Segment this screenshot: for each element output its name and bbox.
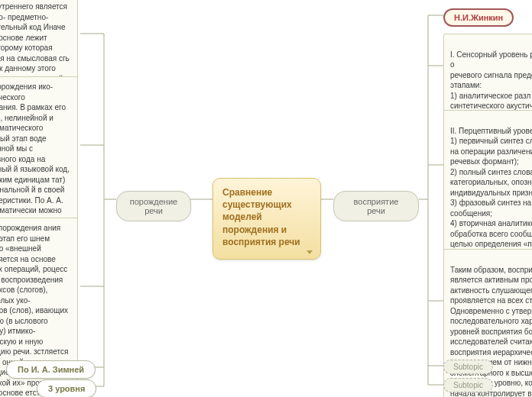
central-topic[interactable]: Сравнение существующих моделей порождени…: [212, 178, 321, 260]
subtopic-1-label: Subtopic: [453, 363, 483, 371]
tag-author-label: По И. А. Зимней: [18, 365, 84, 374]
tag-levels[interactable]: 3 уровня: [37, 379, 96, 397]
author-badge-label: Н.И.Жинкин: [454, 13, 503, 22]
tag-author[interactable]: По И. А. Зимней: [6, 360, 96, 379]
branch-left[interactable]: порождение речи: [116, 191, 191, 221]
author-badge[interactable]: Н.И.Жинкин: [443, 8, 514, 27]
branch-left-label: порождение речи: [130, 197, 177, 215]
subtopic-2-label: Subtopic: [453, 381, 483, 389]
tag-levels-label: 3 уровня: [48, 384, 85, 393]
subtopic-2[interactable]: Subtopic: [443, 378, 493, 392]
central-topic-label: Сравнение существующих моделей порождени…: [222, 187, 300, 247]
branch-right-label: восприятие речи: [354, 197, 399, 215]
mindmap-canvas: Сравнение существующих моделей порождени…: [0, 0, 532, 397]
branch-right[interactable]: восприятие речи: [333, 191, 419, 221]
right-note-3[interactable]: Таким образом, восприяти является активн…: [443, 249, 532, 397]
subtopic-1[interactable]: Subtopic: [443, 360, 493, 374]
